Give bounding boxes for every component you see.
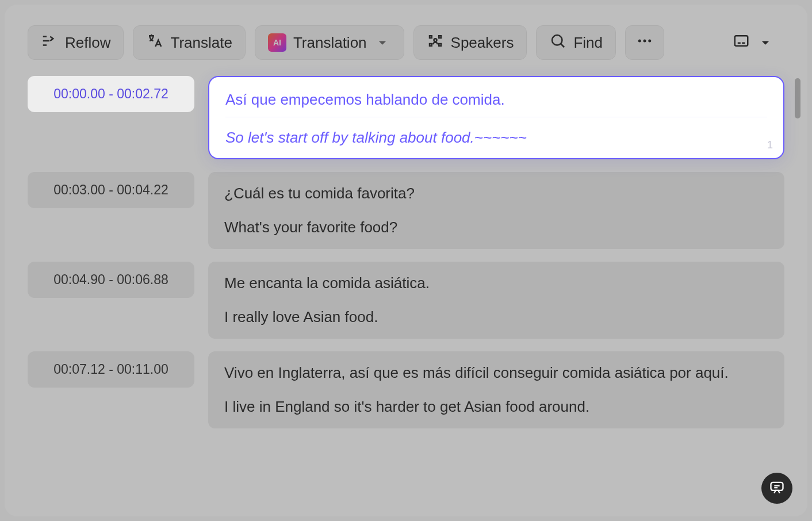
svg-point-3: [643, 39, 646, 42]
segment-row[interactable]: 00:07.12 - 00:11.00 Vivo en Inglaterra, …: [28, 351, 784, 428]
view-mode-dropdown[interactable]: [722, 25, 784, 60]
scrollbar-thumb[interactable]: [795, 78, 800, 118]
find-label: Find: [573, 34, 603, 52]
segment-content[interactable]: Vivo en Inglaterra, así que es más difíc…: [208, 351, 784, 428]
segment-row[interactable]: 00:00.00 - 00:02.72 Así que empecemos ha…: [28, 76, 784, 159]
find-button[interactable]: Find: [536, 25, 616, 60]
segment-index: 1: [767, 139, 773, 151]
search-icon: [549, 32, 566, 53]
translate-label: Translate: [170, 34, 232, 52]
segment-time[interactable]: 00:00.00 - 00:02.72: [28, 76, 194, 112]
translate-button[interactable]: Translate: [133, 25, 245, 60]
app-root: Reflow Translate AI Translation: [0, 0, 812, 521]
svg-point-2: [638, 39, 641, 42]
segment-translation-text[interactable]: I live in England so it's harder to get …: [224, 398, 768, 416]
segment-content[interactable]: Me encanta la comida asiática. I really …: [208, 262, 784, 339]
reflow-icon: [41, 32, 58, 53]
segment-content[interactable]: Así que empecemos hablando de comida. So…: [208, 76, 784, 159]
toolbar: Reflow Translate AI Translation: [28, 25, 784, 60]
reflow-button[interactable]: Reflow: [28, 25, 124, 60]
more-icon: [636, 32, 653, 53]
segment-source-text[interactable]: Me encanta la comida asiática.: [224, 274, 768, 292]
chevron-down-icon: [757, 34, 774, 51]
translation-label: Translation: [293, 34, 367, 52]
translation-dropdown[interactable]: AI Translation: [255, 25, 404, 60]
segment-row[interactable]: 00:04.90 - 00:06.88 Me encanta la comida…: [28, 262, 784, 339]
segment-source-text[interactable]: ¿Cuál es tu comida favorita?: [224, 185, 768, 202]
segment-time[interactable]: 00:07.12 - 00:11.00: [28, 351, 194, 388]
segment-time[interactable]: 00:04.90 - 00:06.88: [28, 262, 194, 298]
more-button[interactable]: [625, 25, 664, 60]
ai-icon: AI: [268, 33, 286, 52]
segment-source-text[interactable]: Así que empecemos hablando de comida.: [225, 91, 767, 117]
svg-point-4: [648, 39, 651, 42]
segment-translation-text[interactable]: So let's start off by talking about food…: [225, 125, 767, 147]
chevron-down-icon: [374, 34, 391, 51]
captions-icon: [733, 32, 750, 53]
speakers-icon: [427, 32, 444, 53]
svg-rect-5: [735, 36, 748, 46]
svg-point-1: [552, 35, 562, 45]
chat-icon: [769, 479, 785, 497]
speakers-label: Speakers: [451, 34, 514, 52]
translate-icon: [146, 32, 163, 53]
segment-translation-text[interactable]: I really love Asian food.: [224, 308, 768, 326]
segment-source-text[interactable]: Vivo en Inglaterra, así que es más difíc…: [224, 364, 768, 382]
segment-time[interactable]: 00:03.00 - 00:04.22: [28, 172, 194, 208]
segment-content[interactable]: ¿Cuál es tu comida favorita? What's your…: [208, 172, 784, 249]
reflow-label: Reflow: [65, 34, 110, 52]
assistant-float-button[interactable]: [761, 473, 792, 504]
segment-row[interactable]: 00:03.00 - 00:04.22 ¿Cuál es tu comida f…: [28, 172, 784, 249]
segment-list: 00:00.00 - 00:02.72 Así que empecemos ha…: [28, 76, 784, 428]
speakers-button[interactable]: Speakers: [413, 25, 527, 60]
segment-translation-text[interactable]: What's your favorite food?: [224, 219, 768, 236]
svg-point-0: [434, 39, 436, 41]
editor-panel: Reflow Translate AI Translation: [5, 5, 807, 516]
